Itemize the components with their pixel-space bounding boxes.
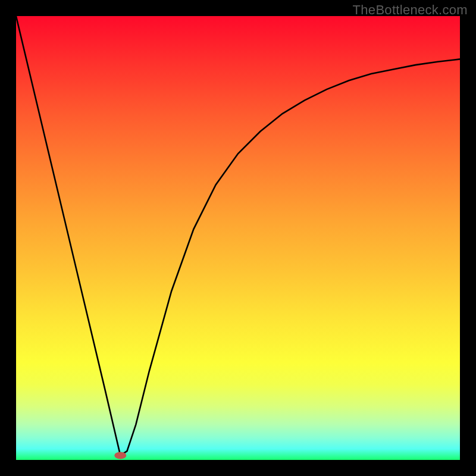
plot-area [16,16,460,460]
chart-frame: TheBottleneck.com [0,0,476,476]
bottleneck-curve [16,16,460,456]
minimum-marker [114,452,126,459]
chart-svg [16,16,460,460]
